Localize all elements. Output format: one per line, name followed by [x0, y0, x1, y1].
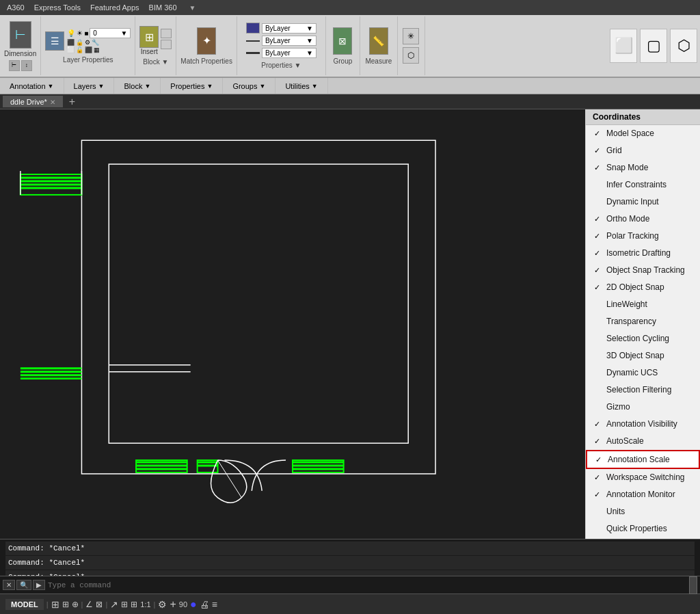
menu-item-10[interactable]: LineWeight	[586, 296, 700, 313]
insert-sub-1[interactable]	[161, 29, 172, 38]
gear-icon[interactable]: ⚙	[158, 599, 167, 610]
menu-item-15[interactable]: Selection Filtering	[586, 382, 700, 399]
menu-bim360[interactable]: BIM 360	[145, 2, 181, 13]
menu-item-11[interactable]: Transparency	[586, 313, 700, 330]
layer-icon-7[interactable]: 🔧	[92, 39, 99, 46]
menu-item-16[interactable]: Gizmo	[586, 399, 700, 416]
snap-to-icon[interactable]: ⊠	[96, 600, 103, 609]
layer-icon-4[interactable]: ⬛	[67, 39, 75, 46]
menu-item-7[interactable]: Isometric Drafting	[586, 245, 700, 262]
tab-utilities[interactable]: Utilities ▼	[275, 78, 327, 94]
tab-groups[interactable]: Groups ▼	[223, 78, 275, 94]
menu-item-21[interactable]: Annotation Monitor	[586, 486, 700, 503]
layer-icon-10[interactable]: ⬛	[85, 46, 92, 53]
large-btn-2[interactable]: ▢	[640, 29, 667, 63]
menu-item-22[interactable]: Units	[586, 503, 700, 520]
insert-sub-2[interactable]	[161, 40, 172, 49]
tab-layers[interactable]: Layers ▼	[64, 78, 115, 94]
menu-item-1[interactable]: Grid	[586, 142, 700, 159]
status-scale-2[interactable]: ⊞	[131, 600, 137, 609]
scale-ratio[interactable]: 1:1	[140, 600, 150, 609]
menu-item-4[interactable]: Dynamic Input	[586, 193, 700, 211]
layer-controls: 💡 ☀ ■ 0▼ ⬛ 🔒 ⚙ 🔧 ⬜ 🔓 ⬛	[67, 28, 131, 53]
status-cursor[interactable]: ↗	[110, 599, 118, 610]
video-dropdown[interactable]: ▼	[185, 3, 200, 13]
dim-btn-1[interactable]: ⊢	[9, 60, 20, 71]
snap-icon[interactable]: ⊞	[62, 600, 69, 609]
large-btn-3[interactable]: ⬡	[670, 29, 697, 63]
menu-item-19[interactable]: Annotation Scale	[586, 450, 700, 469]
layer-icon-8[interactable]: ⬜	[67, 46, 75, 53]
tab-block[interactable]: Block ▼	[114, 78, 161, 94]
menu-item-6[interactable]: Polar Tracking	[586, 228, 700, 245]
menu-item-24[interactable]: Lock UI	[586, 537, 700, 539]
menu-item-2[interactable]: Snap Mode	[586, 159, 700, 176]
layer-properties-btn[interactable]: ☰	[45, 31, 64, 51]
file-tab-active[interactable]: ddle Drive* ✕	[3, 96, 63, 107]
layer-icon-1[interactable]: 💡	[67, 29, 75, 37]
layer-properties-row: ☰ 💡 ☀ ■ 0▼ ⬛ 🔒 ⚙ 🔧	[45, 28, 131, 53]
layer-icon-9[interactable]: 🔓	[76, 46, 83, 53]
menu-featured-apps[interactable]: Featured Apps	[86, 2, 144, 13]
menu-item-20[interactable]: Workspace Switching	[586, 469, 700, 486]
print-icon[interactable]: 🖨	[200, 599, 209, 610]
menu-express-tools[interactable]: Express Tools	[30, 2, 85, 13]
tab-properties[interactable]: Properties ▼	[161, 78, 223, 94]
model-label[interactable]: MODEL	[5, 599, 44, 610]
dot-icon[interactable]: ●	[190, 598, 197, 611]
layer-icon-6[interactable]: ⚙	[85, 39, 90, 46]
menu-item-18[interactable]: AutoScale	[586, 433, 700, 450]
layer-icon-5[interactable]: 🔒	[76, 39, 83, 46]
menu-item-0[interactable]: Model Space	[586, 125, 700, 142]
cmd-arrow-btn[interactable]: ▶	[33, 580, 45, 590]
menu-item-9[interactable]: 2D Object Snap	[586, 279, 700, 296]
command-history-3: Command: *Cancel*	[5, 570, 695, 576]
menu-item-14[interactable]: Dynamic UCS	[586, 364, 700, 382]
match-props-btn[interactable]: ✦	[197, 27, 216, 55]
file-tab-close[interactable]: ✕	[50, 98, 55, 106]
degree-icon[interactable]: 90	[179, 600, 187, 609]
command-input-field[interactable]	[45, 581, 689, 589]
menu-item-3[interactable]: Infer Constraints	[586, 176, 700, 193]
bylayer-dropdown-linetype[interactable]: ByLayer▼	[262, 36, 317, 46]
angle-icon[interactable]: ∠	[85, 600, 93, 609]
menu-icon[interactable]: ≡	[212, 599, 217, 610]
menu-item-5[interactable]: Ortho Mode	[586, 211, 700, 228]
drawing-canvas[interactable]	[0, 109, 585, 539]
color-swatch[interactable]	[246, 23, 260, 34]
cursor-icon[interactable]: ⊕	[72, 600, 79, 609]
menu-item-23[interactable]: Quick Properties	[586, 520, 700, 537]
layer-icons-row2: ⬛ 🔒 ⚙ 🔧	[67, 39, 131, 46]
tab-annotation[interactable]: Annotation ▼	[0, 78, 64, 94]
utility-btn-2[interactable]: ⬡	[403, 47, 419, 64]
cmd-search-btn[interactable]: 🔍	[16, 580, 31, 590]
plus-icon[interactable]: +	[170, 598, 176, 611]
menu-item-13[interactable]: 3D Object Snap	[586, 347, 700, 364]
insert-btn[interactable]: ⊞ Insert	[139, 26, 159, 55]
command-scroll[interactable]	[689, 576, 697, 594]
bylayer-dropdown-lineweight[interactable]: ByLayer▼	[262, 48, 317, 58]
ribbon-group-utilities: ✳ ⬡	[398, 16, 425, 75]
grid-icon[interactable]: ⊞	[51, 599, 59, 610]
menu-item-8[interactable]: Object Snap Tracking	[586, 262, 700, 279]
utility-btn-1[interactable]: ✳	[403, 28, 419, 44]
measure-btn[interactable]: 📏	[369, 27, 388, 55]
layer-icon-2[interactable]: ☀	[77, 29, 83, 37]
right-context-menu: Coordinates Model SpaceGridSnap ModeInfe…	[585, 109, 700, 539]
bylayer-dropdown-color[interactable]: ByLayer▼	[262, 23, 317, 34]
layer-icon-11[interactable]: ▦	[94, 46, 100, 53]
status-scale-1[interactable]: ⊞	[121, 600, 128, 609]
layer-icon-3[interactable]: ■	[84, 29, 88, 37]
menu-item-12[interactable]: Selection Cycling	[586, 330, 700, 347]
cmd-close-btn[interactable]: ✕	[3, 580, 15, 590]
menu-a360[interactable]: A360	[3, 2, 29, 13]
new-tab-btn[interactable]: +	[64, 94, 81, 109]
group-btn[interactable]: ⊠	[333, 27, 352, 55]
floor-plan-svg	[0, 109, 585, 539]
menu-item-17[interactable]: Annotation Visibility	[586, 416, 700, 433]
dimension-button[interactable]: ⊢ Dimension	[4, 21, 36, 57]
properties-label: Properties ▼	[261, 62, 301, 69]
layer-dropdown[interactable]: 0▼	[90, 28, 131, 38]
dim-btn-2[interactable]: ↕	[21, 60, 32, 71]
large-btn-1[interactable]: ⬜	[610, 29, 637, 63]
